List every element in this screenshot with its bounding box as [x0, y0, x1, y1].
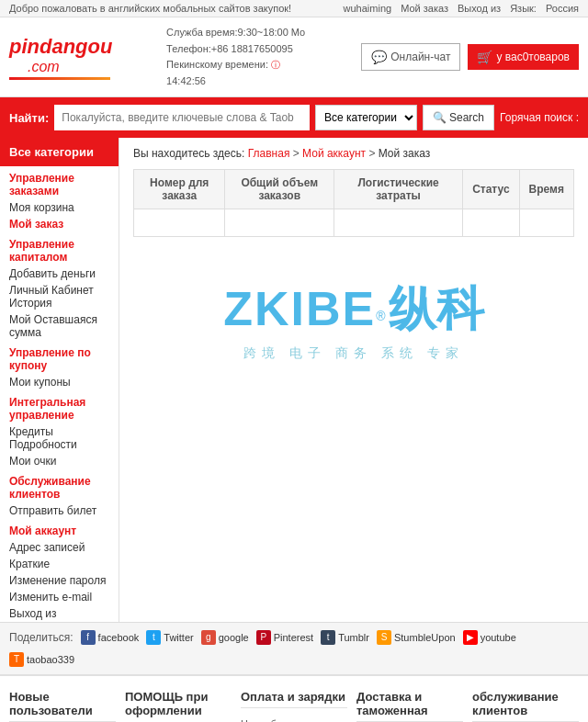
- cart-icon: 🛒: [477, 50, 492, 64]
- sidebar-section-orders: Управление заказами: [0, 166, 119, 199]
- twitter-icon: t: [146, 630, 161, 645]
- sidebar-all-categories[interactable]: Все категории: [0, 138, 119, 166]
- sidebar: Все категории Управление заказами Моя ко…: [0, 138, 119, 622]
- top-bar: Добро пожаловать в английских мобальных …: [0, 0, 588, 17]
- sidebar-item-remaining[interactable]: Мой Оставшаяся сумма: [0, 311, 119, 341]
- col-order-number: Номер для заказа: [134, 170, 225, 209]
- cart-button[interactable]: 🛒 у вас0товаров: [468, 44, 579, 70]
- footer-link-pricing[interactable]: Ценообразование и закупок: [241, 716, 347, 722]
- sidebar-section-account: Мой аккаунт: [0, 519, 119, 539]
- tumblr-icon: t: [321, 630, 335, 645]
- logout-link[interactable]: Выход из: [458, 3, 501, 14]
- sidebar-section-service: Обслуживание клиентов: [0, 469, 119, 502]
- main-container: Все категории Управление заказами Моя ко…: [0, 138, 588, 622]
- table-row: [134, 209, 574, 237]
- sidebar-item-coupons[interactable]: Мои купоны: [0, 374, 119, 390]
- order-table: Номер для заказа Общий объем заказов Лог…: [133, 169, 574, 237]
- header-info: Служба время:9:30~18:00 Mo Телефон:+86 1…: [166, 25, 305, 89]
- footer-col-new-users-title: Новые пользователи: [9, 690, 116, 722]
- footer-columns: Новые пользователи О нас Регистрация и н…: [0, 674, 588, 722]
- logo-com: .com: [9, 59, 110, 75]
- footer-col-customer-service: обслуживание клиентов связаться с нами Ж…: [472, 690, 579, 722]
- sidebar-item-ticket[interactable]: Отправить билет: [0, 502, 119, 519]
- language-value: Россия: [546, 3, 579, 14]
- logo-pindangou: pindangou: [9, 35, 110, 59]
- sidebar-section-coupon: Управление по купону: [0, 341, 119, 374]
- zkibe-logo: ZKIBE® 纵科 跨境 电子 商务 系统 专家: [223, 277, 484, 362]
- chat-button[interactable]: 💬 Онлайн-чат: [361, 43, 460, 71]
- chat-icon: 💬: [371, 50, 387, 64]
- sidebar-item-myorder[interactable]: Мой заказ: [0, 216, 119, 232]
- breadcrumb-account[interactable]: Мой аккаунт: [302, 147, 366, 160]
- header-buttons: 💬 Онлайн-чат 🛒 у вас0товаров: [361, 43, 579, 71]
- pinterest-icon: P: [256, 630, 271, 645]
- col-total: Общий объем заказов: [225, 170, 334, 209]
- taobao-icon: T: [9, 652, 24, 667]
- footer-col-delivery: Доставка и таможенная Доставка методы До…: [356, 690, 463, 722]
- sidebar-item-points[interactable]: Мои очки: [0, 453, 119, 469]
- top-bar-right: wuhaiming Мой заказ Выход из Язык: Росси…: [344, 3, 579, 14]
- language-label: Язык:: [510, 3, 537, 14]
- share-google[interactable]: g google: [201, 630, 249, 645]
- sidebar-item-logout[interactable]: Выход из: [0, 605, 119, 622]
- zkibe-main-text: ZKIBE® 纵科: [223, 277, 484, 342]
- share-bar: Поделиться: f facebook t Twitter g googl…: [0, 622, 588, 674]
- search-input[interactable]: [54, 105, 310, 130]
- search-label: Найти:: [9, 111, 49, 125]
- footer-col-order-help: ПОМОЩЬ при оформлении заказа учебник Зак…: [125, 690, 232, 722]
- sidebar-item-credits[interactable]: Кредиты Подробности: [0, 423, 119, 453]
- my-order-link[interactable]: Мой заказ: [401, 3, 448, 14]
- service-hours: Служба время:9:30~18:00 Mo: [166, 25, 305, 41]
- facebook-icon: f: [81, 630, 96, 645]
- search-icon: 🔍: [433, 111, 447, 124]
- sidebar-item-cart[interactable]: Моя корзина: [0, 199, 119, 216]
- beijing-time: Пекинскому времени: ⓘ: [166, 57, 305, 73]
- share-facebook[interactable]: f facebook: [81, 630, 140, 645]
- share-taobao[interactable]: T taobao339: [9, 652, 74, 667]
- sidebar-item-brief[interactable]: Краткие: [0, 556, 119, 572]
- share-label: Поделиться:: [9, 631, 74, 644]
- sidebar-item-change-pwd[interactable]: Изменение пароля: [0, 572, 119, 589]
- youtube-icon: ▶: [463, 630, 478, 645]
- hot-search-label: Горячая поиск :: [500, 111, 579, 124]
- share-twitter[interactable]: t Twitter: [146, 630, 193, 645]
- username: wuhaiming: [344, 3, 392, 14]
- logo-line: [9, 77, 110, 80]
- stumbleupon-icon: S: [377, 630, 391, 645]
- footer-col-customer-service-title: обслуживание клиентов: [472, 690, 579, 722]
- sidebar-section-capital: Управление капиталом: [0, 232, 119, 265]
- sidebar-item-addresses[interactable]: Адрес записей: [0, 539, 119, 556]
- content-area: Вы находитесь здесь: Главная > Мой аккау…: [119, 138, 588, 622]
- share-stumbleupon[interactable]: S StumbleUpon: [377, 630, 456, 645]
- col-status: Статус: [463, 170, 519, 209]
- google-icon: g: [201, 630, 216, 645]
- search-bar: Найти: Все категории 🔍 Search Горячая по…: [0, 97, 588, 138]
- share-pinterest[interactable]: P Pinterest: [256, 630, 313, 645]
- breadcrumb-home[interactable]: Главная: [248, 147, 290, 160]
- logo: pindangou .com: [9, 35, 110, 80]
- breadcrumb: Вы находитесь здесь: Главная > Мой аккау…: [133, 147, 574, 160]
- share-youtube[interactable]: ▶ youtube: [463, 630, 516, 645]
- footer-col-order-help-title: ПОМОЩЬ при оформлении заказа: [125, 690, 232, 722]
- time-display: 14:42:56: [166, 73, 305, 90]
- search-button[interactable]: 🔍 Search: [423, 105, 494, 130]
- sidebar-item-history[interactable]: Личный Кабинет История: [0, 282, 119, 311]
- col-logistics: Логистические затраты: [334, 170, 462, 209]
- breadcrumb-current: Мой заказ: [379, 147, 431, 160]
- sidebar-item-add-money[interactable]: Добавить деньги: [0, 265, 119, 282]
- footer-col-delivery-title: Доставка и таможенная: [356, 690, 463, 722]
- watermark-area: ZKIBE® 纵科 跨境 电子 商务 系统 专家: [133, 237, 574, 402]
- footer-col-new-users: Новые пользователи О нас Регистрация и н…: [9, 690, 116, 722]
- share-tumblr[interactable]: t Tumblr: [321, 630, 369, 645]
- col-time: Время: [519, 170, 573, 209]
- welcome-text: Добро пожаловать в английских мобальных …: [9, 3, 291, 14]
- footer-col-payment: Оплата и зарядки Ценообразование и закуп…: [241, 690, 347, 722]
- category-select[interactable]: Все категории: [315, 105, 417, 130]
- sidebar-item-change-email[interactable]: Изменить e-mail: [0, 589, 119, 605]
- sidebar-section-integral: Интегральная управление: [0, 390, 119, 423]
- zkibe-sub-text: 跨境 电子 商务 系统 专家: [223, 345, 484, 362]
- footer-col-payment-title: Оплата и зарядки: [241, 690, 347, 708]
- phone: Телефон:+86 18817650095: [166, 41, 305, 58]
- header: pindangou .com Служба время:9:30~18:00 M…: [0, 17, 588, 97]
